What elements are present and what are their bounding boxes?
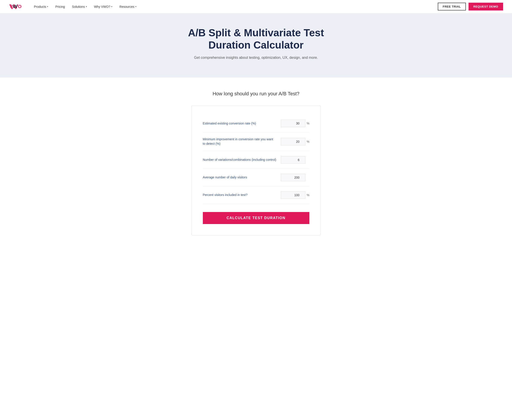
nav-item-pricing[interactable]: Pricing	[53, 3, 68, 10]
chevron-down-icon: ▾	[111, 5, 112, 8]
label-min-improvement: Minimum improvement in conversion rate y…	[203, 137, 276, 146]
input-percent-visitors[interactable]	[281, 191, 305, 199]
input-group-conversion-rate: %	[281, 120, 309, 127]
hero-section: A/B Split & Multivariate Test Duration C…	[0, 13, 512, 77]
label-daily-visitors: Average number of daily visitors	[203, 175, 276, 180]
input-group-percent-visitors: %	[281, 191, 309, 199]
request-demo-button[interactable]: REQUEST DEMO	[469, 3, 503, 10]
input-group-daily-visitors	[281, 174, 309, 181]
field-conversion-rate: Estimated existing conversion rate (%) %	[203, 115, 309, 132]
field-min-improvement: Minimum improvement in conversion rate y…	[203, 132, 309, 151]
svg-text:O: O	[18, 4, 22, 9]
label-conversion-rate: Estimated existing conversion rate (%)	[203, 121, 276, 126]
nav-label-resources: Resources	[119, 5, 134, 8]
svg-text:V: V	[10, 4, 13, 9]
nav-item-products[interactable]: Products ▾	[31, 3, 51, 10]
svg-text:W: W	[13, 4, 17, 9]
calculate-button-wrapper: CALCULATE TEST DURATION	[203, 212, 309, 224]
main-content: How long should you run your A/B Test? E…	[0, 77, 512, 253]
input-group-variations	[281, 156, 309, 164]
calculator-card: Estimated existing conversion rate (%) %…	[192, 105, 321, 235]
nav-label-solutions: Solutions	[72, 5, 85, 8]
input-conversion-rate[interactable]	[281, 120, 305, 127]
logo[interactable]: V W O	[9, 3, 22, 10]
navbar: V W O Products ▾ Pricing Solutions ▾ Why…	[0, 0, 512, 13]
nav-label-products: Products	[34, 5, 46, 8]
unit-min-improvement: %	[307, 140, 309, 143]
field-variations: Number of variations/combinations (inclu…	[203, 151, 309, 169]
input-daily-visitors[interactable]	[281, 174, 305, 181]
field-daily-visitors: Average number of daily visitors	[203, 169, 309, 186]
input-variations[interactable]	[281, 156, 305, 164]
nav-links: Products ▾ Pricing Solutions ▾ Why VWO? …	[31, 3, 438, 10]
unit-percent-visitors: %	[307, 193, 309, 197]
hero-subtitle: Get comprehensive insights about testing…	[189, 56, 323, 60]
hero-title: A/B Split & Multivariate Test Duration C…	[167, 27, 345, 51]
chevron-down-icon: ▾	[86, 5, 87, 8]
chevron-down-icon: ▾	[47, 5, 48, 8]
nav-item-resources[interactable]: Resources ▾	[117, 3, 139, 10]
label-percent-visitors: Percent visitors included in test?	[203, 193, 276, 197]
field-percent-visitors: Percent visitors included in test? %	[203, 186, 309, 204]
calculate-button[interactable]: CALCULATE TEST DURATION	[203, 212, 309, 224]
nav-label-pricing: Pricing	[55, 5, 65, 8]
chevron-down-icon: ▾	[135, 5, 136, 8]
nav-item-solutions[interactable]: Solutions ▾	[69, 3, 90, 10]
nav-item-why-vwo[interactable]: Why VWO? ▾	[91, 3, 115, 10]
input-min-improvement[interactable]	[281, 138, 305, 145]
nav-label-why-vwo: Why VWO?	[94, 5, 110, 8]
free-trial-button[interactable]: FREE TRIAL	[438, 3, 466, 10]
label-variations: Number of variations/combinations (inclu…	[203, 158, 276, 162]
section-title: How long should you run your A/B Test?	[9, 91, 503, 97]
unit-conversion-rate: %	[307, 122, 309, 125]
input-group-min-improvement: %	[281, 138, 309, 145]
navbar-actions: FREE TRIAL REQUEST DEMO	[438, 3, 503, 10]
